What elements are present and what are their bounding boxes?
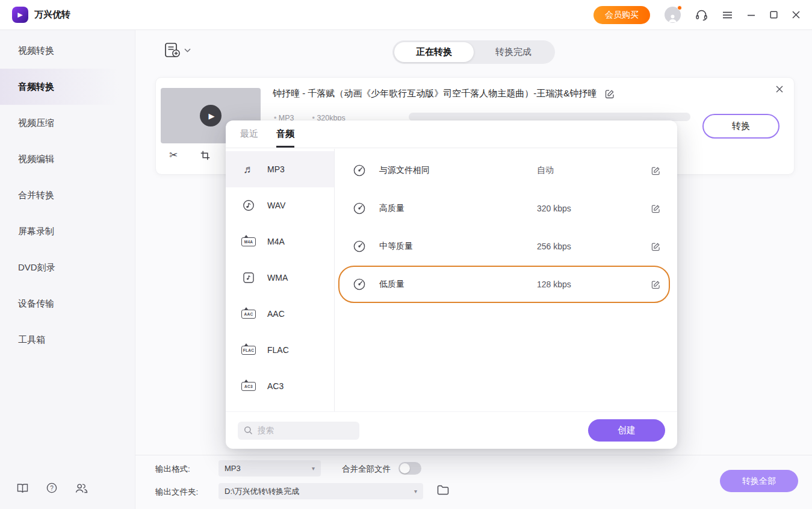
quality-item-low[interactable]: 低质量 128 kbps xyxy=(338,266,670,303)
output-format-label: 输出格式: xyxy=(155,464,190,475)
format-item-aac[interactable]: AAC AAC xyxy=(226,296,334,332)
quality-value: 320 kbps xyxy=(537,204,651,213)
format-item-wma[interactable]: WMA xyxy=(226,260,334,296)
sidebar-item-merge-convert[interactable]: 合并转换 xyxy=(0,177,135,213)
chevron-down-icon xyxy=(184,48,191,52)
sidebar-item-device-transfer[interactable]: 设备传输 xyxy=(0,286,135,322)
quality-value: 128 kbps xyxy=(537,279,651,289)
sidebar-item-screen-record[interactable]: 屏幕录制 xyxy=(0,213,135,249)
app-title: 万兴优转 xyxy=(34,9,70,20)
quality-gauge-icon xyxy=(353,164,367,177)
sidebar-item-audio-convert[interactable]: 音频转换 xyxy=(0,69,135,105)
output-format-value: MP3 xyxy=(225,464,241,473)
quality-list: 与源文件相同 自动 高质量 320 kbps 中 xyxy=(335,149,677,411)
format-item-ac3[interactable]: AC3 AC3 xyxy=(226,368,334,404)
sidebar-item-toolbox[interactable]: 工具箱 xyxy=(0,322,135,358)
guide-book-icon[interactable] xyxy=(17,483,28,493)
format-list: ♬ MP3 WAV M4A M4A WMA AAC AAC xyxy=(226,149,335,411)
user-avatar[interactable] xyxy=(665,7,681,23)
sidebar-item-label: DVD刻录 xyxy=(18,262,55,273)
quality-value: 256 kbps xyxy=(537,242,651,251)
add-file-icon xyxy=(164,42,180,58)
quality-label: 高质量 xyxy=(379,203,537,214)
sidebar-item-label: 屏幕录制 xyxy=(18,226,54,237)
menu-icon[interactable] xyxy=(722,11,733,19)
sidebar-item-label: 设备传输 xyxy=(18,298,54,310)
sidebar: 视频转换 音频转换 视频压缩 视频编辑 合并转换 屏幕录制 DVD刻录 设备传输… xyxy=(0,30,135,509)
quality-gauge-icon xyxy=(353,202,367,215)
chevron-down-icon: ▾ xyxy=(312,465,315,472)
sidebar-item-video-compress[interactable]: 视频压缩 xyxy=(0,105,135,141)
convert-all-button[interactable]: 转换全部 xyxy=(720,470,798,492)
format-item-m4a[interactable]: M4A M4A xyxy=(226,223,334,260)
close-button[interactable] xyxy=(792,11,800,19)
toggle-knob xyxy=(400,463,410,473)
sidebar-item-dvd-burn[interactable]: DVD刻录 xyxy=(0,249,135,286)
aac-format-icon: AAC xyxy=(240,310,257,319)
sidebar-item-label: 音频转换 xyxy=(18,81,54,93)
task-title: 钟抒曈 - 千落赋（动画《少年歌行互动版》司空千落人物主题曲）-王瑞淇&钟抒曈 xyxy=(273,88,597,99)
community-icon[interactable] xyxy=(75,483,88,493)
tab-recent[interactable]: 最近 xyxy=(240,128,258,148)
trim-scissors-icon[interactable]: ✂ xyxy=(169,149,178,161)
search-box[interactable] xyxy=(238,422,359,440)
task-tabs: 正在转换 转换完成 xyxy=(392,40,555,64)
merge-all-label: 合并全部文件 xyxy=(342,464,391,475)
buy-membership-button[interactable]: 会员购买 xyxy=(594,6,650,24)
edit-title-icon[interactable] xyxy=(605,89,615,99)
convert-button[interactable]: 转换 xyxy=(702,114,779,139)
sidebar-item-video-edit[interactable]: 视频编辑 xyxy=(0,141,135,177)
crop-icon[interactable] xyxy=(200,151,210,160)
add-file-button[interactable] xyxy=(164,42,191,58)
play-icon[interactable]: ▶ xyxy=(200,105,222,126)
format-label: WMA xyxy=(267,273,288,283)
format-item-mp3[interactable]: ♬ MP3 xyxy=(226,151,334,187)
format-label: AC3 xyxy=(267,381,284,391)
dialog-footer: 创建 xyxy=(226,411,677,449)
output-settings-bar: 输出格式: MP3 ▾ 合并全部文件 输出文件夹: D:\万兴优转\转换完成 ▾… xyxy=(135,455,812,509)
format-picker-dialog: 最近 音频 ♬ MP3 WAV M4A M4A WMA xyxy=(226,120,677,449)
edit-preset-icon[interactable] xyxy=(651,166,660,175)
search-input[interactable] xyxy=(258,426,353,435)
format-item-wav[interactable]: WAV xyxy=(226,187,334,223)
edit-preset-icon[interactable] xyxy=(651,204,660,213)
notification-dot xyxy=(677,5,682,10)
output-folder-select[interactable]: D:\万兴优转\转换完成 ▾ xyxy=(218,483,423,499)
quality-value: 自动 xyxy=(537,165,651,176)
minimize-button[interactable] xyxy=(747,11,755,19)
quality-label: 中等质量 xyxy=(379,241,537,252)
open-folder-icon[interactable] xyxy=(437,485,449,495)
quality-item-medium[interactable]: 中等质量 256 kbps xyxy=(338,228,670,265)
tab-audio[interactable]: 音频 xyxy=(276,128,294,148)
wma-format-icon xyxy=(240,272,257,283)
help-icon[interactable]: ? xyxy=(46,482,57,493)
quality-item-same-as-source[interactable]: 与源文件相同 自动 xyxy=(338,152,670,189)
mp3-format-icon: ♬ xyxy=(240,164,257,175)
m4a-format-icon: M4A xyxy=(240,237,257,246)
sidebar-item-video-convert[interactable]: 视频转换 xyxy=(0,33,135,69)
dialog-tabs: 最近 音频 xyxy=(226,120,677,148)
quality-label: 低质量 xyxy=(379,279,537,290)
task-close-icon[interactable] xyxy=(776,86,783,93)
quality-item-high[interactable]: 高质量 320 kbps xyxy=(338,190,670,227)
sidebar-item-label: 视频压缩 xyxy=(18,117,54,129)
format-label: AAC xyxy=(267,309,285,319)
edit-preset-icon[interactable] xyxy=(651,280,660,289)
svg-text:?: ? xyxy=(50,485,54,492)
edit-preset-icon[interactable] xyxy=(651,242,660,251)
flac-format-icon: FLAC xyxy=(240,346,257,355)
output-format-select[interactable]: MP3 ▾ xyxy=(218,460,321,476)
person-icon xyxy=(668,13,678,23)
support-headset-icon[interactable] xyxy=(695,9,708,21)
create-button[interactable]: 创建 xyxy=(588,419,665,442)
format-item-flac[interactable]: FLAC FLAC xyxy=(226,332,334,368)
maximize-button[interactable] xyxy=(770,11,778,19)
tab-converting[interactable]: 正在转换 xyxy=(394,42,474,62)
quality-gauge-icon xyxy=(353,240,367,253)
sidebar-item-label: 视频编辑 xyxy=(18,154,54,165)
merge-all-toggle[interactable] xyxy=(398,462,421,475)
output-folder-value: D:\万兴优转\转换完成 xyxy=(225,486,299,497)
sidebar-item-label: 工具箱 xyxy=(18,334,45,346)
tab-finished[interactable]: 转换完成 xyxy=(474,42,553,62)
quality-gauge-icon xyxy=(353,278,367,291)
